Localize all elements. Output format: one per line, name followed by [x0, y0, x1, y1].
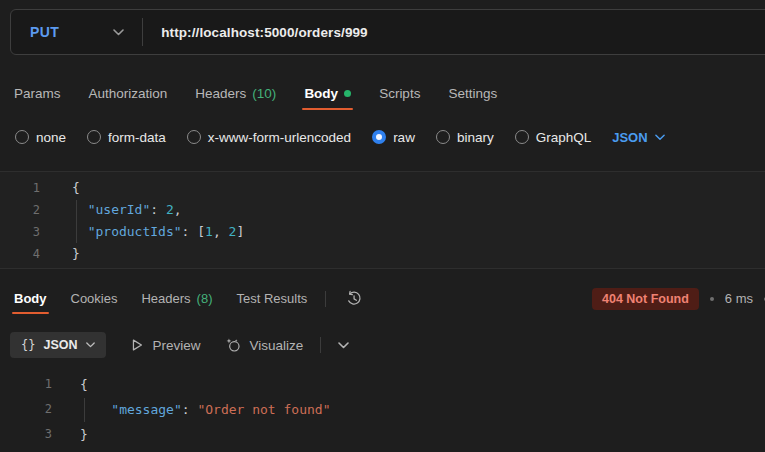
request-url-bar: PUT http://localhost:5000/orders/999 [10, 9, 765, 55]
response-toolbar: {} JSON Preview Visualize [10, 328, 349, 362]
json-number: 1 [205, 224, 213, 239]
tab-label: Authorization [89, 86, 168, 101]
radio-label: raw [393, 130, 415, 145]
code-line: 1 { [0, 372, 765, 397]
radio-none[interactable]: none [15, 130, 66, 145]
response-tab-test-results[interactable]: Test Results [237, 283, 308, 314]
line-number: 3 [0, 221, 40, 243]
radio-circle-icon [187, 130, 201, 144]
radio-circle-icon [87, 130, 101, 144]
line-number: 2 [0, 397, 52, 422]
tab-authorization[interactable]: Authorization [89, 76, 168, 110]
tab-label: Settings [448, 86, 497, 101]
language-label: JSON [612, 130, 647, 145]
response-format-button[interactable]: {} JSON [10, 332, 106, 358]
tab-headers[interactable]: Headers (10) [195, 76, 276, 110]
format-label: JSON [43, 338, 77, 352]
status-badge[interactable]: 404 Not Found [592, 288, 699, 310]
json-key: "userId" [88, 202, 151, 217]
tab-params[interactable]: Params [14, 76, 61, 110]
indent-guide [84, 398, 85, 422]
line-number: 4 [0, 243, 40, 265]
tab-label: Headers [141, 291, 190, 306]
response-body-editor[interactable]: 1 { 2 "message": "Order not found" 3 } [0, 368, 765, 452]
radio-circle-icon [15, 130, 29, 144]
chevron-down-icon [655, 134, 665, 141]
radio-label: x-www-form-urlencoded [208, 130, 351, 145]
json-key: "message" [111, 402, 181, 417]
tab-label: Scripts [379, 86, 420, 101]
response-time: 6 ms [725, 291, 753, 306]
tab-label: Headers [195, 86, 246, 101]
code-line: 2 "message": "Order not found" [0, 397, 765, 422]
line-number: 1 [0, 372, 52, 397]
radio-form-data[interactable]: form-data [87, 130, 166, 145]
preview-button[interactable]: Preview [129, 337, 201, 353]
radio-label: none [36, 130, 66, 145]
line-number: 1 [0, 177, 40, 199]
request-body-editor[interactable]: 1 { 2 "userId": 2, 3 "productIds": [1, 2… [0, 171, 765, 269]
code-line: 2 "userId": 2, [0, 199, 765, 221]
divider [142, 18, 143, 46]
preview-label: Preview [153, 338, 201, 353]
body-type-selector: none form-data x-www-form-urlencoded raw… [15, 117, 665, 157]
radio-label: form-data [108, 130, 166, 145]
url-input[interactable]: http://localhost:5000/orders/999 [161, 25, 368, 40]
radio-selected-icon [372, 130, 386, 144]
response-status: 404 Not Found 6 ms [592, 288, 765, 310]
radio-raw[interactable]: raw [372, 130, 415, 145]
json-number: 2 [166, 202, 174, 217]
response-tab-body[interactable]: Body [14, 283, 47, 314]
chevron-down-icon [113, 29, 124, 36]
radio-label: binary [457, 130, 494, 145]
body-content-dot [344, 90, 351, 97]
radio-graphql[interactable]: GraphQL [515, 130, 592, 145]
line-number: 2 [0, 199, 40, 221]
chevron-down-icon [86, 342, 95, 348]
tab-label: Params [14, 86, 61, 101]
tab-scripts[interactable]: Scripts [379, 76, 420, 110]
method-selector[interactable]: PUT [11, 24, 124, 40]
visualize-label: Visualize [250, 338, 304, 353]
tab-label: Test Results [237, 291, 308, 306]
response-tabs: Body Cookies Headers (8) Test Results 40… [14, 283, 765, 314]
braces-icon: {} [21, 338, 35, 352]
radio-circle-icon [515, 130, 529, 144]
code-token: { [72, 180, 80, 195]
code-line: 3 } [0, 422, 765, 447]
line-number: 3 [0, 422, 52, 447]
tab-label: Cookies [71, 291, 118, 306]
code-line: 3 "productIds": [1, 2] [0, 221, 765, 243]
code-line: 4 } [0, 243, 765, 265]
play-icon [129, 337, 145, 353]
history-icon[interactable] [344, 289, 363, 308]
tab-label: Body [304, 86, 338, 101]
radio-binary[interactable]: binary [436, 130, 494, 145]
chevron-down-icon[interactable] [338, 342, 349, 349]
json-string: "Order not found" [197, 402, 330, 417]
code-token: } [72, 246, 80, 261]
radio-circle-icon [436, 130, 450, 144]
headers-count-badge: (10) [252, 86, 276, 101]
divider [320, 337, 321, 353]
visualize-button[interactable]: Visualize [224, 336, 304, 354]
divider [325, 291, 326, 307]
request-tabs: Params Authorization Headers (10) Body S… [14, 76, 497, 110]
radio-label: GraphQL [536, 130, 592, 145]
tab-label: Body [14, 291, 47, 306]
radio-x-www-form-urlencoded[interactable]: x-www-form-urlencoded [187, 130, 351, 145]
method-label: PUT [30, 24, 59, 40]
code-token: } [80, 427, 88, 442]
code-line: 1 { [0, 177, 765, 199]
code-token: { [80, 377, 88, 392]
headers-count-badge: (8) [197, 291, 213, 306]
response-tab-headers[interactable]: Headers (8) [141, 283, 212, 314]
raw-language-selector[interactable]: JSON [612, 130, 664, 145]
json-key: "productIds" [88, 224, 182, 239]
dot-separator [710, 297, 714, 301]
indent-guide [76, 200, 77, 243]
tab-body[interactable]: Body [304, 76, 351, 110]
tab-settings[interactable]: Settings [448, 76, 497, 110]
magic-sparkle-icon [224, 336, 242, 354]
response-tab-cookies[interactable]: Cookies [71, 283, 118, 314]
